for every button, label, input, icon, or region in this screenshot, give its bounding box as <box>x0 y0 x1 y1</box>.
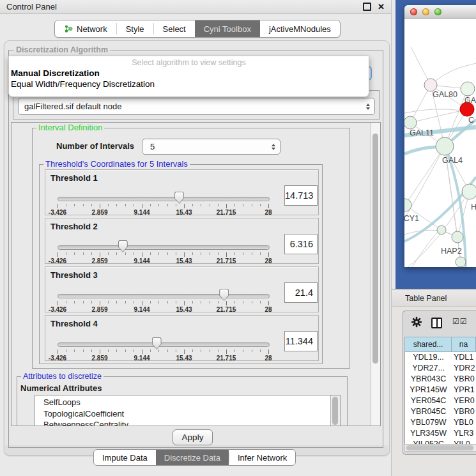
network-node-GCY1[interactable] <box>404 199 411 211</box>
float-window-icon[interactable] <box>363 3 371 11</box>
slider-thumb[interactable] <box>118 240 128 252</box>
close-icon[interactable]: ✕ <box>378 3 385 11</box>
tab-style[interactable]: Style <box>117 20 153 37</box>
axis-tick-label: 9.144 <box>134 257 150 265</box>
cell-name[interactable]: YBR0 <box>452 406 476 417</box>
apply-button[interactable]: Apply <box>173 429 213 445</box>
slider-ticks <box>58 349 268 354</box>
cell-shared-name[interactable]: YDL19... <box>405 352 452 363</box>
slider-track[interactable] <box>58 245 270 250</box>
threshold-slider[interactable]: -3.4262.8599.14415.4321.71528 <box>58 267 268 313</box>
threshold-slider[interactable]: -3.4262.8599.14415.4321.71528 <box>58 170 268 216</box>
minimize-traffic-light-icon[interactable] <box>422 8 429 15</box>
slider-track[interactable] <box>58 197 270 201</box>
attribute-list-item[interactable]: BetweennessCentrality <box>35 419 330 426</box>
threshold-slider[interactable]: -3.4262.8599.14415.4321.71528 <box>58 316 268 362</box>
slider-thumb[interactable] <box>219 289 229 301</box>
cell-name[interactable]: YDL1 <box>452 352 476 363</box>
attributes-scrollbar[interactable] <box>330 395 340 426</box>
table-row[interactable]: YDR27...YDR2 <box>405 363 476 374</box>
network-node-GAL-partial[interactable] <box>461 82 475 96</box>
tab-discretize-data[interactable]: Discretize Data <box>156 450 229 465</box>
cell-shared-name[interactable]: YLR345W <box>405 428 452 439</box>
cell-shared-name[interactable]: YIL052C <box>405 439 452 444</box>
threshold-slider[interactable]: -3.4262.8599.14415.4321.71528 <box>58 219 268 265</box>
close-traffic-light-icon[interactable] <box>410 8 417 15</box>
network-node-node-b1[interactable] <box>456 257 466 267</box>
attributes-scrollbar-thumb[interactable] <box>332 397 338 425</box>
network-node-H-partial[interactable] <box>462 184 476 199</box>
slider-thumb[interactable] <box>174 192 184 204</box>
slider-thumb[interactable] <box>152 337 162 349</box>
table-horizontal-scrollbar[interactable] <box>404 444 476 452</box>
cell-name[interactable]: YER0 <box>452 395 476 406</box>
settings-scrollbar[interactable] <box>371 123 380 426</box>
attribute-list-item[interactable]: SelfLoops <box>35 397 330 408</box>
slider-track[interactable] <box>58 294 270 298</box>
slider-ticks <box>58 252 268 257</box>
attribute-list-item[interactable]: TopologicalCoefficient <box>35 408 330 420</box>
table-row[interactable]: YBR043CYBR0 <box>405 374 476 385</box>
tab-label: Impute Data <box>102 453 148 463</box>
tab-impute-data[interactable]: Impute Data <box>94 450 156 465</box>
threshold-value-field[interactable]: 21.4 <box>284 282 318 303</box>
dropdown-option-manual-discretization[interactable]: Manual Discretization <box>9 68 369 79</box>
cell-name[interactable]: YBL0 <box>452 417 476 428</box>
network-node-label: GAL4 <box>442 156 463 165</box>
table-row[interactable]: YBR045CYBR0 <box>405 406 476 417</box>
tab-select[interactable]: Select <box>154 20 195 37</box>
column-header-shared-name[interactable]: shared... <box>405 337 452 352</box>
cell-shared-name[interactable]: YBR043C <box>405 374 452 385</box>
table-row[interactable]: YIL052CYIL0 <box>405 439 476 444</box>
settings-scrollbar-thumb[interactable] <box>372 134 378 364</box>
slider-track[interactable] <box>58 342 270 347</box>
cell-name[interactable]: YDR2 <box>452 363 476 374</box>
tab-infer-network[interactable]: Infer Network <box>229 450 295 465</box>
combo-spinner-icon <box>366 104 370 110</box>
threshold-value-field[interactable]: 11.344 <box>284 331 318 351</box>
axis-tick-label: 2.859 <box>91 209 107 216</box>
network-node-GAL80[interactable] <box>424 79 437 91</box>
table-horizontal-scrollbar-thumb[interactable] <box>406 445 473 450</box>
threshold-value-field[interactable]: 14.713 <box>284 185 318 206</box>
cell-shared-name[interactable]: YER054C <box>405 395 452 406</box>
table-panel: Table Panel ☑☑ shared... na YDL19...YDL1… <box>392 289 476 476</box>
network-view-window: GAL80GALCGAL11GAL4GCY1HHAP2 <box>404 5 476 267</box>
gear-icon[interactable] <box>411 316 422 330</box>
tab-network[interactable]: Network <box>55 20 116 37</box>
table-row[interactable]: YDL19...YDL1 <box>405 352 476 363</box>
slider-tick-labels: -3.4262.8599.14415.4321.71528 <box>58 209 268 216</box>
column-header-name[interactable]: na <box>452 337 476 352</box>
dropdown-option-equal-width-frequency[interactable]: Equal Width/Frequency Discretization <box>9 79 369 89</box>
cell-shared-name[interactable]: YDR27... <box>405 363 452 374</box>
zoom-traffic-light-icon[interactable] <box>434 8 441 15</box>
threshold-value-field[interactable]: 6.316 <box>284 234 318 254</box>
network-node-node-b2[interactable] <box>437 226 446 234</box>
network-node-GAL11[interactable] <box>404 116 417 129</box>
node-table-container: ☑☑ shared... na YDL19...YDL1YDR27...YDR2… <box>403 311 476 455</box>
cell-shared-name[interactable]: YPR145W <box>405 385 452 395</box>
cell-name[interactable]: YIL0 <box>452 439 476 444</box>
network-node-HAP2[interactable] <box>452 231 463 243</box>
show-columns-icon[interactable] <box>431 318 442 328</box>
select-columns-checkboxes-icon[interactable]: ☑☑ <box>452 317 468 326</box>
threshold-panel: Threshold 2 -3.4262.8599.14415.4321.7152… <box>45 218 319 264</box>
cell-name[interactable]: YBR0 <box>452 374 476 385</box>
tab-cyni-toolbox[interactable]: Cyni Toolbox <box>195 20 260 37</box>
network-canvas[interactable]: GAL80GALCGAL11GAL4GCY1HHAP2 <box>404 19 476 267</box>
cell-shared-name[interactable]: YBL079W <box>405 417 452 428</box>
table-row[interactable]: YER054CYER0 <box>405 395 476 406</box>
cell-name[interactable]: YLR3 <box>452 428 476 439</box>
network-window-titlebar[interactable] <box>404 5 476 19</box>
tab-label: jActiveMNodules <box>269 24 331 34</box>
table-row[interactable]: YLR345WYLR3 <box>405 428 476 439</box>
table-data-combobox[interactable]: galFiltered.sif default node <box>18 98 375 115</box>
table-row[interactable]: YPR145WYPR1 <box>405 385 476 395</box>
table-row[interactable]: YBL079WYBL0 <box>405 417 476 428</box>
cell-shared-name[interactable]: YBR045C <box>405 406 452 417</box>
network-node-label: GAL <box>464 96 476 105</box>
cell-name[interactable]: YPR1 <box>452 385 476 395</box>
network-node-GAL4[interactable] <box>436 137 454 155</box>
number-of-intervals-combobox[interactable]: 5 <box>142 139 280 155</box>
tab-jactivemnodules[interactable]: jActiveMNodules <box>260 20 340 37</box>
